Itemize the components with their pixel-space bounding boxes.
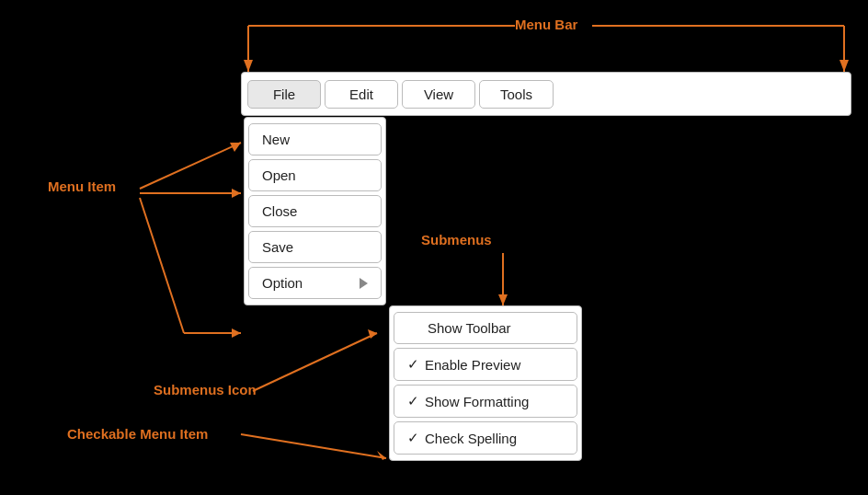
submenu-item-check-spelling[interactable]: ✓ Check Spelling bbox=[394, 421, 577, 455]
submenu-label-check-spelling: Check Spelling bbox=[425, 431, 517, 446]
menu-bar: File Edit View Tools bbox=[241, 72, 851, 116]
svg-marker-18 bbox=[377, 451, 386, 460]
submenu-label-enable-preview: Enable Preview bbox=[425, 357, 520, 373]
submenu-label-show-formatting: Show Formatting bbox=[425, 394, 529, 409]
svg-line-10 bbox=[140, 198, 184, 333]
checkable-menu-item-label: Checkable Menu Item bbox=[67, 426, 208, 442]
submenu-item-show-formatting[interactable]: ✓ Show Formatting bbox=[394, 385, 577, 418]
svg-marker-9 bbox=[232, 189, 241, 198]
menu-item-label: Menu Item bbox=[48, 178, 116, 194]
menu-bar-view[interactable]: View bbox=[402, 80, 475, 109]
submenus-icon-label: Submenus Icon bbox=[154, 382, 257, 397]
submenu-arrow-icon bbox=[360, 278, 368, 289]
option-label: Option bbox=[262, 275, 303, 291]
submenu-label-show-toolbar: Show Toolbar bbox=[428, 320, 511, 336]
submenu-check-4: ✓ bbox=[407, 430, 419, 446]
menu-bar-edit[interactable]: Edit bbox=[325, 80, 398, 109]
dropdown-menu: New Open Close Save Option bbox=[244, 117, 386, 305]
svg-marker-14 bbox=[498, 294, 508, 305]
submenu: Show Toolbar ✓ Enable Preview ✓ Show For… bbox=[389, 305, 582, 461]
svg-marker-12 bbox=[232, 328, 241, 338]
submenus-label: Submenus bbox=[421, 232, 492, 248]
svg-marker-5 bbox=[244, 60, 253, 72]
submenu-check-2: ✓ bbox=[407, 356, 419, 373]
svg-line-17 bbox=[241, 434, 386, 458]
svg-marker-7 bbox=[230, 143, 241, 152]
menu-bar-file[interactable]: File bbox=[247, 80, 321, 109]
svg-marker-2 bbox=[839, 60, 849, 72]
menu-item-option[interactable]: Option bbox=[248, 267, 382, 299]
submenu-item-enable-preview[interactable]: ✓ Enable Preview bbox=[394, 348, 577, 381]
menu-bar-tools[interactable]: Tools bbox=[479, 80, 554, 109]
menu-item-new[interactable]: New bbox=[248, 123, 382, 155]
menu-bar-label: Menu Bar bbox=[515, 17, 577, 32]
svg-marker-16 bbox=[368, 329, 377, 339]
svg-line-15 bbox=[253, 333, 377, 391]
menu-item-open[interactable]: Open bbox=[248, 159, 382, 191]
menu-item-save[interactable]: Save bbox=[248, 231, 382, 263]
submenu-check-3: ✓ bbox=[407, 393, 419, 409]
svg-line-6 bbox=[140, 143, 241, 189]
submenu-item-show-toolbar[interactable]: Show Toolbar bbox=[394, 312, 577, 344]
menu-item-close[interactable]: Close bbox=[248, 195, 382, 227]
